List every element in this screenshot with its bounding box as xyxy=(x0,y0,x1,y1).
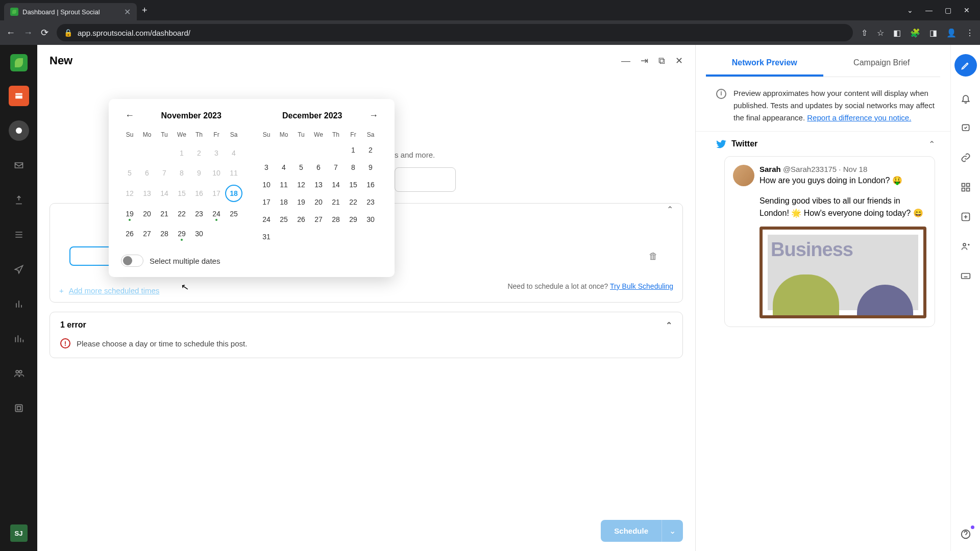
calendar-day[interactable]: 12 xyxy=(292,176,310,193)
errors-header[interactable]: 1 error ⌃ xyxy=(50,312,682,338)
browser-tab[interactable]: Dashboard | Sprout Social ✕ xyxy=(4,3,137,20)
calendar-day[interactable]: 1 xyxy=(345,141,362,159)
reload-button[interactable]: ⟳ xyxy=(41,27,48,38)
calendar-day[interactable]: 26 xyxy=(121,225,138,242)
browser-menu-icon[interactable]: ⋮ xyxy=(966,28,974,38)
calendar-day[interactable]: 21 xyxy=(327,193,345,211)
calendar-day[interactable]: 4 xyxy=(275,159,292,176)
nav-team[interactable] xyxy=(9,363,29,384)
report-difference-link[interactable]: Report a difference you notice. xyxy=(807,113,911,122)
share-icon[interactable]: ⇧ xyxy=(861,28,868,38)
close-composer-icon[interactable]: ✕ xyxy=(675,55,683,66)
tab-campaign-brief[interactable]: Campaign Brief xyxy=(823,51,941,77)
collapse-icon[interactable]: ⇥ xyxy=(641,55,648,66)
calendar-day[interactable]: 13 xyxy=(310,176,327,193)
sidepanel-icon[interactable]: ◨ xyxy=(929,28,937,38)
help-icon[interactable] xyxy=(958,527,973,542)
calendar-day[interactable]: 28 xyxy=(327,211,345,228)
nav-compose[interactable] xyxy=(9,120,29,141)
calendar-day[interactable]: 24 xyxy=(258,211,275,228)
calendar-day[interactable]: 30 xyxy=(362,211,379,228)
calendar-day[interactable]: 23 xyxy=(190,205,208,222)
calendar-day[interactable]: 27 xyxy=(310,211,327,228)
address-bar[interactable]: 🔒 app.sproutsocial.com/dashboard/ xyxy=(57,24,853,41)
new-tab-button[interactable]: + xyxy=(142,5,148,16)
calendar-day[interactable]: 21 xyxy=(156,205,173,222)
next-month-button[interactable]: → xyxy=(365,108,382,123)
collapse-section-icon[interactable]: ⌃ xyxy=(667,205,673,214)
notifications-icon[interactable] xyxy=(958,91,973,106)
window-dropdown-icon[interactable]: ⌄ xyxy=(907,6,913,14)
site-info-icon[interactable]: 🔒 xyxy=(64,29,72,37)
calendar-day[interactable]: 2 xyxy=(362,141,379,159)
calendar-day[interactable]: 18 xyxy=(275,193,292,211)
calendar-day[interactable]: 23 xyxy=(362,193,379,211)
calendar-day[interactable]: 5 xyxy=(292,159,310,176)
calendar-day[interactable]: 31 xyxy=(258,228,275,245)
calendar-day[interactable]: 24 xyxy=(208,205,225,222)
nav-feeds[interactable] xyxy=(9,190,29,210)
nav-listening[interactable] xyxy=(9,224,29,245)
calendar-day[interactable]: 26 xyxy=(292,211,310,228)
calendar-day[interactable]: 20 xyxy=(138,205,156,222)
link-icon[interactable] xyxy=(958,150,973,165)
nav-inbox[interactable] xyxy=(9,155,29,176)
calendar-day[interactable]: 6 xyxy=(310,159,327,176)
calendar-day[interactable]: 17 xyxy=(258,193,275,211)
nav-publishing[interactable] xyxy=(9,86,29,106)
calendar-day[interactable]: 25 xyxy=(225,205,242,222)
minimize-composer-icon[interactable]: — xyxy=(621,56,630,66)
network-section-header[interactable]: Twitter ⌃ xyxy=(696,131,950,156)
calendar-day[interactable]: 16 xyxy=(362,176,379,193)
tab-close-icon[interactable]: ✕ xyxy=(124,7,131,17)
extension-icon[interactable]: ◧ xyxy=(893,28,901,38)
input-outline[interactable] xyxy=(395,167,456,192)
compose-fab[interactable] xyxy=(954,54,977,77)
schedule-button[interactable]: Schedule ⌄ xyxy=(601,520,683,542)
calendar-day[interactable]: 8 xyxy=(345,159,362,176)
delete-schedule-icon[interactable]: 🗑 xyxy=(649,251,658,262)
profile-icon[interactable]: 👤 xyxy=(946,28,957,38)
calendar-day[interactable]: 11 xyxy=(275,176,292,193)
calendar-day[interactable]: 29 xyxy=(173,225,190,242)
sprout-logo[interactable] xyxy=(10,54,28,71)
nav-send[interactable] xyxy=(9,259,29,280)
calendar-day[interactable]: 27 xyxy=(138,225,156,242)
add-scheduled-time-button[interactable]: + Add more scheduled times xyxy=(59,286,159,295)
calendar-day[interactable]: 25 xyxy=(275,211,292,228)
calendar-day[interactable]: 15 xyxy=(345,176,362,193)
nav-analytics[interactable] xyxy=(9,294,29,314)
user-avatar[interactable]: SJ xyxy=(10,524,28,542)
tab-network-preview[interactable]: Network Preview xyxy=(706,51,823,77)
calendar-day[interactable]: 9 xyxy=(362,159,379,176)
calendar-day[interactable]: 19 xyxy=(121,205,138,222)
multi-date-toggle[interactable] xyxy=(121,255,143,267)
schedule-dropdown-icon[interactable]: ⌄ xyxy=(662,520,683,542)
calendar-day[interactable]: 3 xyxy=(258,159,275,176)
bookmark-icon[interactable]: ☆ xyxy=(877,28,884,38)
window-minimize-icon[interactable]: — xyxy=(925,6,933,14)
tasks-icon[interactable] xyxy=(958,120,973,136)
people-icon[interactable] xyxy=(958,239,973,254)
calendar-day[interactable]: 10 xyxy=(258,176,275,193)
nav-library[interactable] xyxy=(9,398,29,418)
bulk-scheduling-link[interactable]: Try Bulk Scheduling xyxy=(610,282,673,290)
add-icon[interactable] xyxy=(958,209,973,224)
nav-reports[interactable] xyxy=(9,329,29,349)
calendar-day[interactable]: 28 xyxy=(156,225,173,242)
window-close-icon[interactable]: ✕ xyxy=(964,6,970,14)
calendar-day[interactable]: 29 xyxy=(345,211,362,228)
extensions-menu-icon[interactable]: 🧩 xyxy=(910,28,920,38)
keyboard-icon[interactable] xyxy=(958,268,973,284)
calendar-day[interactable]: 7 xyxy=(327,159,345,176)
calendar-day[interactable]: 22 xyxy=(173,205,190,222)
calendar-day[interactable]: 14 xyxy=(327,176,345,193)
calendar-day[interactable]: 20 xyxy=(310,193,327,211)
calendar-day[interactable]: 22 xyxy=(345,193,362,211)
calendar-day[interactable]: 30 xyxy=(190,225,208,242)
back-button[interactable]: ← xyxy=(6,28,15,38)
calendar-day[interactable]: 19 xyxy=(292,193,310,211)
copy-icon[interactable]: ⧉ xyxy=(658,56,665,66)
apps-icon[interactable] xyxy=(958,180,973,195)
prev-month-button[interactable]: ← xyxy=(121,108,138,123)
